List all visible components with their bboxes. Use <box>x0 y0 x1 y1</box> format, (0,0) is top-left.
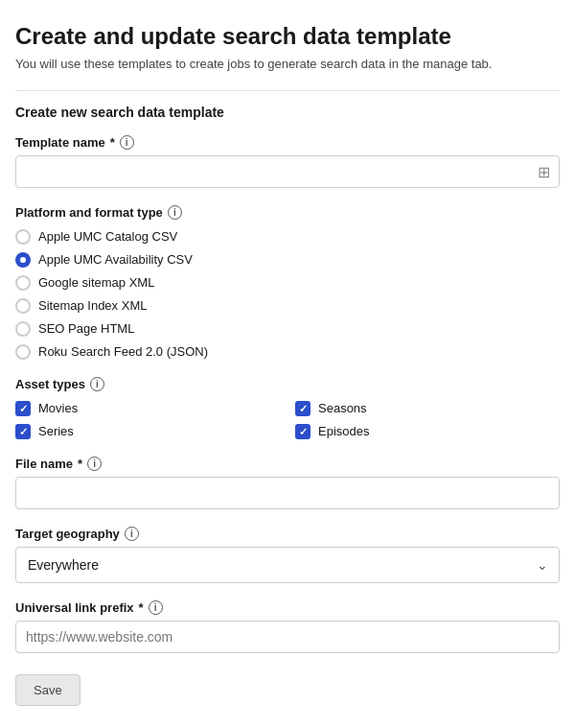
template-name-field: Template name * i ⊞ <box>15 135 560 188</box>
platform-radio-seo-page-html[interactable] <box>15 321 31 337</box>
platform-label-apple-umc-availability: Apple UMC Availability CSV <box>38 252 193 267</box>
target-geography-select[interactable]: Everywhere United States United Kingdom … <box>15 547 560 583</box>
section-title: Create new search data template <box>15 90 560 120</box>
platform-radio-apple-umc-availability[interactable] <box>15 252 31 268</box>
checkbox-seasons[interactable] <box>295 401 310 416</box>
platform-option-google-sitemap-xml[interactable]: Google sitemap XML <box>15 275 560 291</box>
platform-field: Platform and format type i Apple UMC Cat… <box>15 205 560 360</box>
platform-radio-google-sitemap-xml[interactable] <box>15 275 31 291</box>
template-name-format-icon: ⊞ <box>538 162 550 180</box>
target-geography-field: Target geography i Everywhere United Sta… <box>15 527 560 583</box>
label-movies: Movies <box>38 401 78 415</box>
universal-link-label: Universal link prefix * i <box>15 600 560 615</box>
target-geography-label: Target geography i <box>15 527 560 541</box>
page-subtitle: You will use these templates to create j… <box>15 57 560 71</box>
template-name-input[interactable] <box>15 155 560 188</box>
file-name-info-icon[interactable]: i <box>87 457 102 471</box>
asset-type-movies[interactable]: Movies <box>15 401 280 416</box>
universal-link-input[interactable] <box>15 621 560 653</box>
checkbox-episodes[interactable] <box>295 424 310 439</box>
platform-option-apple-umc-catalog[interactable]: Apple UMC Catalog CSV <box>15 229 560 245</box>
platform-label-apple-umc-catalog: Apple UMC Catalog CSV <box>38 229 177 244</box>
save-button[interactable]: Save <box>15 674 80 706</box>
platform-option-seo-page-html[interactable]: SEO Page HTML <box>15 321 560 337</box>
platform-radio-roku-search-feed[interactable] <box>15 344 31 360</box>
platform-label-sitemap-index-xml: Sitemap Index XML <box>38 298 147 313</box>
asset-types-label: Asset types i <box>15 377 560 391</box>
universal-link-info-icon[interactable]: i <box>149 600 163 615</box>
template-name-label: Template name * i <box>15 135 560 150</box>
platform-option-roku-search-feed[interactable]: Roku Search Feed 2.0 (JSON) <box>15 344 560 360</box>
label-series: Series <box>38 424 74 438</box>
file-name-field: File name * i <box>15 457 560 509</box>
checkbox-series[interactable] <box>15 424 31 439</box>
template-name-info-icon[interactable]: i <box>120 135 134 150</box>
platform-label-seo-page-html: SEO Page HTML <box>38 321 134 336</box>
save-button-container: Save <box>15 670 560 706</box>
checkbox-movies[interactable] <box>15 401 31 416</box>
asset-types-grid: Movies Seasons Series Episodes <box>15 401 560 439</box>
template-name-input-wrapper: ⊞ <box>15 155 560 188</box>
platform-radio-apple-umc-catalog[interactable] <box>15 229 31 245</box>
platform-label-roku-search-feed: Roku Search Feed 2.0 (JSON) <box>38 344 208 359</box>
platform-label: Platform and format type i <box>15 205 560 220</box>
target-geography-info-icon[interactable]: i <box>125 527 139 541</box>
platform-info-icon[interactable]: i <box>168 205 182 220</box>
label-episodes: Episodes <box>318 424 369 438</box>
platform-radio-sitemap-index-xml[interactable] <box>15 298 31 314</box>
platform-option-sitemap-index-xml[interactable]: Sitemap Index XML <box>15 298 560 314</box>
platform-radio-group: Apple UMC Catalog CSV Apple UMC Availabi… <box>15 229 560 360</box>
platform-label-google-sitemap-xml: Google sitemap XML <box>38 275 154 290</box>
label-seasons: Seasons <box>318 401 367 415</box>
asset-types-field: Asset types i Movies Seasons Series Epis… <box>15 377 560 439</box>
platform-option-apple-umc-availability[interactable]: Apple UMC Availability CSV <box>15 252 560 268</box>
file-name-input[interactable] <box>15 477 560 509</box>
file-name-label: File name * i <box>15 457 560 471</box>
asset-type-series[interactable]: Series <box>15 424 280 439</box>
universal-link-field: Universal link prefix * i <box>15 600 560 653</box>
page-title: Create and update search data template <box>15 23 560 51</box>
asset-type-episodes[interactable]: Episodes <box>295 424 560 439</box>
asset-types-info-icon[interactable]: i <box>90 377 104 391</box>
asset-type-seasons[interactable]: Seasons <box>295 401 560 416</box>
target-geography-select-wrapper: Everywhere United States United Kingdom … <box>15 547 560 583</box>
